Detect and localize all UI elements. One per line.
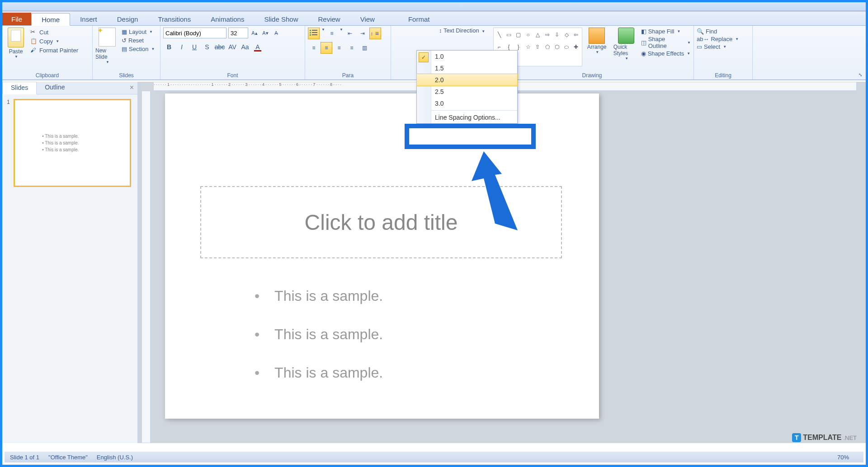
copy-icon: [30, 37, 38, 45]
shrink-font-button[interactable]: A▾: [261, 28, 270, 37]
justify-button[interactable]: ≡: [346, 42, 358, 54]
spacing-2-5[interactable]: 2.5: [417, 86, 517, 98]
zoom-status[interactable]: 70%: [837, 454, 849, 461]
reset-button[interactable]: ↺ Reset: [122, 36, 155, 45]
home-tab[interactable]: Home: [31, 13, 70, 26]
grow-font-button[interactable]: A▴: [250, 28, 259, 37]
spacing-1-5-label: 1.5: [435, 65, 443, 72]
shape-callout-icon[interactable]: ⬭: [562, 41, 571, 53]
chevron-down-icon: ▼: [56, 39, 59, 43]
chevron-down-icon: ▼: [14, 55, 18, 59]
insert-tab[interactable]: Insert: [70, 13, 107, 25]
underline-button[interactable]: U: [189, 41, 200, 53]
shape-arrow-r-icon[interactable]: ⇨: [542, 29, 552, 41]
title-bar: [2, 2, 866, 11]
outline-panel-tab[interactable]: Outline: [37, 82, 73, 94]
slide-thumbnail-1[interactable]: This is a sample. This is a sample. This…: [14, 99, 131, 187]
spacing-3-0-label: 3.0: [435, 100, 443, 107]
spacing-1-0[interactable]: ✓ 1.0: [417, 51, 517, 62]
design-tab[interactable]: Design: [107, 13, 148, 25]
shape-plus-icon[interactable]: ✚: [571, 41, 580, 53]
font-group-label: Font: [163, 71, 302, 79]
text-direction-button[interactable]: ↕ Text Direction ▼: [439, 27, 485, 34]
bullets-button[interactable]: [308, 28, 320, 39]
bullet-line: This is a sample.: [255, 364, 562, 381]
section-button[interactable]: ▤ Section▼: [122, 45, 155, 53]
increase-indent-button[interactable]: ⇥: [357, 28, 368, 39]
replace-button[interactable]: ab↔ Replace▼: [697, 35, 750, 43]
shape-oval-icon[interactable]: ○: [524, 29, 533, 41]
shape-fill-label: Shape Fill: [648, 28, 675, 35]
select-label: Select: [704, 43, 720, 50]
shape-line-icon[interactable]: ╲: [495, 29, 504, 41]
format-tab[interactable]: Format: [398, 13, 440, 25]
line-spacing-options[interactable]: Line Spacing Options...: [417, 112, 517, 123]
drawing-dialog-launcher[interactable]: ⤡: [859, 72, 865, 79]
char-spacing-button[interactable]: AV: [226, 41, 238, 53]
slideshow-tab[interactable]: Slide Show: [254, 13, 308, 25]
clear-format-button[interactable]: A̶: [272, 28, 281, 37]
check-icon: ✓: [419, 52, 429, 62]
chevron-down-icon: ▼: [687, 51, 690, 56]
change-case-button[interactable]: Aa: [239, 41, 251, 53]
transitions-tab[interactable]: Transitions: [148, 13, 201, 25]
spacing-1-5[interactable]: 1.5: [417, 62, 517, 74]
vertical-ruler[interactable]: [142, 91, 151, 443]
file-tab[interactable]: File: [2, 13, 31, 25]
bullet-line: This is a sample.: [255, 326, 562, 343]
close-panel-button[interactable]: ×: [126, 82, 137, 94]
columns-button[interactable]: ▥: [359, 42, 370, 54]
paragraph-group-label: Para: [308, 71, 388, 79]
find-button[interactable]: 🔍 Find: [697, 28, 750, 35]
spacing-3-0[interactable]: 3.0: [417, 98, 517, 109]
shape-outline-button[interactable]: ◫ Shape Outline▼: [641, 35, 691, 50]
font-color-button[interactable]: A: [252, 41, 264, 53]
shape-outline-label: Shape Outline: [648, 36, 684, 49]
format-painter-button[interactable]: Format Painter: [30, 46, 78, 55]
select-button[interactable]: ▭ Select▼: [697, 43, 750, 51]
shape-fill-button[interactable]: ◧ Shape Fill▼: [641, 28, 691, 35]
shape-triangle-icon[interactable]: △: [533, 29, 542, 41]
shape-rect-icon[interactable]: ▭: [504, 29, 513, 41]
decrease-indent-button[interactable]: ⇤: [344, 28, 356, 39]
shape-star-icon[interactable]: ☆: [524, 41, 533, 53]
content-placeholder[interactable]: This is a sample. This is a sample. This…: [200, 279, 562, 403]
shape-rect2-icon[interactable]: ▢: [514, 29, 523, 41]
review-tab[interactable]: Review: [308, 13, 350, 25]
slides-panel-tab[interactable]: Slides: [2, 82, 37, 94]
shape-pentagon-icon[interactable]: ⬠: [542, 41, 552, 53]
bold-button[interactable]: B: [163, 41, 175, 53]
align-right-button[interactable]: ≡: [333, 42, 345, 54]
font-name-combo[interactable]: [163, 28, 226, 38]
strikethrough-button[interactable]: abc: [214, 41, 226, 53]
shape-diamond-icon[interactable]: ◇: [562, 29, 571, 41]
shape-effects-button[interactable]: ◉ Shape Effects▼: [641, 50, 691, 57]
shape-hexagon-icon[interactable]: ⬡: [552, 41, 561, 53]
layout-button[interactable]: ▦ Layout▼: [122, 28, 155, 36]
spacing-2-0[interactable]: 2.0: [416, 74, 518, 86]
shape-arrow-u-icon[interactable]: ⇧: [533, 41, 542, 53]
numbering-button[interactable]: ≡: [326, 28, 338, 39]
animations-tab[interactable]: Animations: [201, 13, 254, 25]
chevron-down-icon: ▼: [723, 45, 726, 49]
align-center-button[interactable]: ≡: [321, 42, 332, 54]
layout-label: Layout: [129, 28, 146, 35]
view-tab[interactable]: View: [350, 13, 385, 25]
replace-label: Replace: [711, 36, 732, 42]
align-left-button[interactable]: ≡: [308, 42, 320, 54]
line-spacing-button[interactable]: [369, 28, 381, 39]
shape-arrow-d-icon[interactable]: ⇩: [552, 29, 561, 41]
quick-styles-button[interactable]: Quick Styles ▼: [613, 28, 639, 71]
shadow-button[interactable]: S: [201, 41, 213, 53]
chevron-down-icon: ▼: [677, 29, 680, 33]
shape-arrow-l-icon[interactable]: ⇦: [571, 29, 580, 41]
paste-button[interactable]: Paste ▼: [5, 28, 27, 71]
arrange-button[interactable]: Arrange ▼: [584, 28, 610, 71]
font-size-combo[interactable]: [228, 28, 248, 38]
language-status[interactable]: English (U.S.): [97, 454, 133, 461]
new-slide-button[interactable]: New Slide ▼: [95, 28, 119, 71]
copy-button[interactable]: Copy▼: [30, 37, 78, 46]
cut-button[interactable]: Cut: [30, 28, 78, 37]
italic-button[interactable]: I: [176, 41, 188, 53]
spacing-2-5-label: 2.5: [435, 88, 443, 95]
